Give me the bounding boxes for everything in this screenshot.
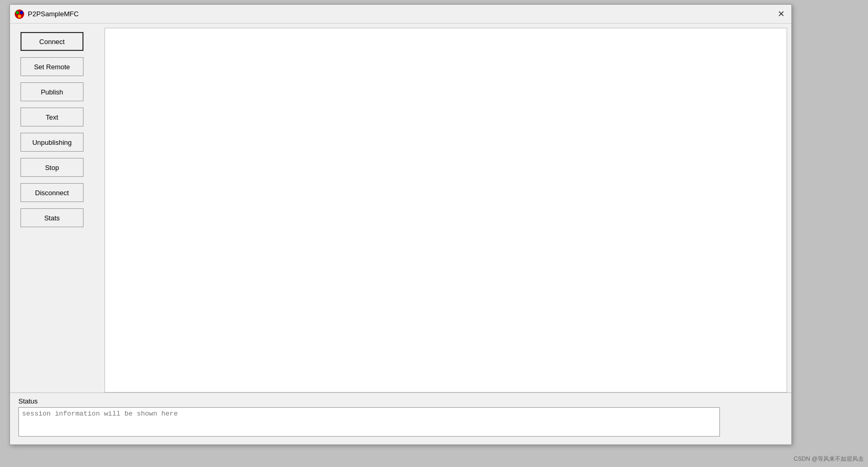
svg-point-2 — [20, 11, 23, 14]
svg-point-1 — [16, 11, 19, 14]
connect-button[interactable]: Connect — [20, 32, 83, 51]
title-bar-left: P2PSampleMFC — [14, 9, 79, 19]
content-area — [104, 28, 787, 392]
app-icon — [14, 9, 25, 19]
set-remote-button[interactable]: Set Remote — [20, 57, 83, 76]
main-window: P2PSampleMFC ✕ Connect Set Remote Publis… — [9, 4, 792, 445]
sidebar: Connect Set Remote Publish Text Unpublis… — [10, 24, 104, 392]
stop-button[interactable]: Stop — [20, 158, 83, 177]
disconnect-button[interactable]: Disconnect — [20, 183, 83, 202]
status-textarea[interactable] — [18, 407, 720, 437]
close-button[interactable]: ✕ — [775, 8, 787, 20]
status-panel: Status — [10, 392, 791, 444]
publish-button[interactable]: Publish — [20, 82, 83, 101]
unpublishing-button[interactable]: Unpublishing — [20, 133, 83, 152]
main-content: Connect Set Remote Publish Text Unpublis… — [10, 24, 791, 392]
window-title: P2PSampleMFC — [28, 10, 79, 18]
title-bar: P2PSampleMFC ✕ — [10, 5, 791, 24]
svg-point-3 — [18, 15, 21, 18]
stats-button[interactable]: Stats — [20, 208, 83, 227]
status-label: Status — [18, 397, 783, 405]
watermark: CSDN @等风来不如迎风去 — [794, 455, 864, 463]
window-body: Connect Set Remote Publish Text Unpublis… — [10, 24, 791, 444]
text-button[interactable]: Text — [20, 108, 83, 126]
